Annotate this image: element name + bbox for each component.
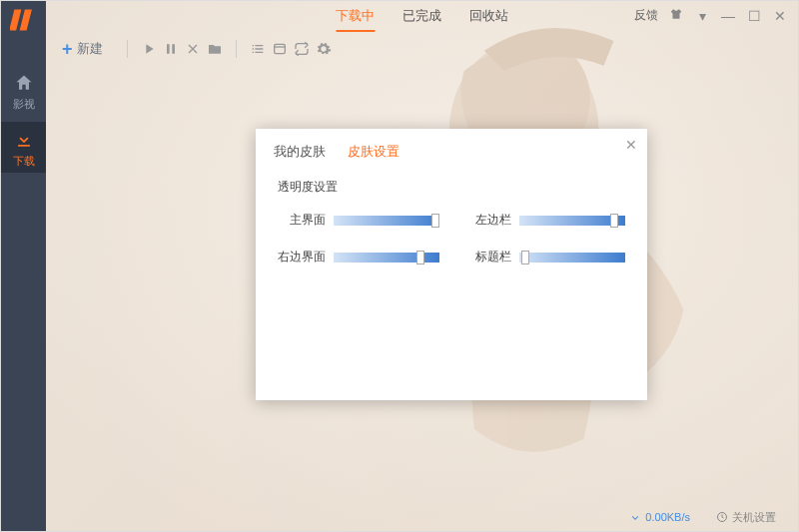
download-icon [14,130,34,152]
slider-title[interactable] [519,253,625,263]
slider-label-left: 左边栏 [463,212,511,229]
skin-dialog: ✕ 我的皮肤 皮肤设置 透明度设置 主界面 左边栏 右边界 [256,129,647,400]
sidebar-item-media[interactable]: 影视 [1,65,46,116]
dialog-tab-skin-settings[interactable]: 皮肤设置 [348,143,400,167]
slider-right[interactable] [334,253,439,263]
slider-label-right: 右边界面 [278,249,326,266]
main-area: 下载中 已完成 回收站 反馈 ▾ — ☐ ✕ + 新建 [46,1,798,531]
sidebar-item-label: 下载 [13,154,35,169]
slider-left[interactable] [519,216,625,226]
dialog-overlay: ✕ 我的皮肤 皮肤设置 透明度设置 主界面 左边栏 右边界 [46,1,798,531]
sidebar-item-label: 影视 [13,97,35,112]
opacity-section-title: 透明度设置 [278,179,625,196]
slider-label-main: 主界面 [278,212,326,229]
app-logo [1,5,46,35]
slider-label-title: 标题栏 [463,249,511,266]
sidebar-item-download[interactable]: 下载 [1,122,46,173]
home-icon [14,73,34,95]
dialog-close-icon[interactable]: ✕ [625,137,637,153]
slider-main[interactable] [334,216,439,226]
dialog-tab-my-skin[interactable]: 我的皮肤 [274,143,326,167]
